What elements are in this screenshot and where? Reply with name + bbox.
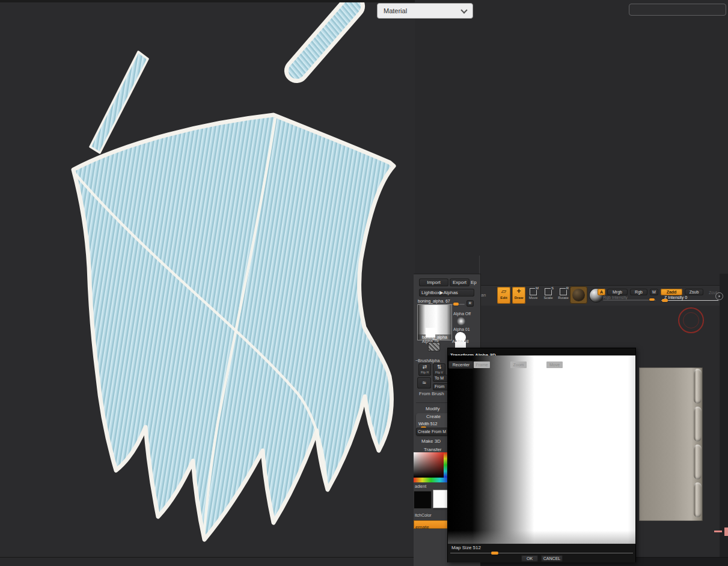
rotate-tool-label: Rotate <box>556 295 570 301</box>
ok-button[interactable]: OK <box>521 555 538 562</box>
curve-icon: ≈ <box>417 377 431 388</box>
export-button[interactable]: Export <box>450 278 470 286</box>
bottom-bar-left <box>0 557 415 566</box>
map-size-handle[interactable] <box>491 552 498 555</box>
import-button[interactable]: Import <box>419 278 448 286</box>
alpha-slider-handle[interactable] <box>453 303 459 306</box>
modify-section-label[interactable]: Modify <box>426 406 440 412</box>
zoom-button[interactable]: Zoom <box>510 361 527 368</box>
width-slider-label: Width 512 <box>418 421 438 426</box>
z-intensity-handle[interactable] <box>662 299 668 302</box>
zsub-button[interactable]: Zsub <box>685 289 703 295</box>
cancel-button[interactable]: CANCEL <box>541 555 563 562</box>
flip-h-label: Flip H <box>418 371 431 374</box>
switch-color-label-fragment[interactable]: itchColor <box>415 512 432 518</box>
chevron-down-icon <box>460 7 467 13</box>
flip-v-label: Flip V <box>433 371 445 374</box>
flip-v-button[interactable]: ⇅ Flip V <box>433 363 445 376</box>
alpha-28-thumbnail[interactable] <box>426 328 435 337</box>
map-size-slider[interactable] <box>450 553 633 553</box>
flip-v-icon: ⇅ <box>433 363 445 371</box>
gradient-label-fragment[interactable]: adient <box>415 484 426 489</box>
create-from-button[interactable]: Create From M <box>416 428 451 435</box>
move-tool-button[interactable]: M Move <box>527 288 540 304</box>
top-right-empty-field[interactable] <box>629 4 726 16</box>
edit-button[interactable]: ▱ Edit <box>497 287 510 304</box>
zbrush-window: Material oolean ▱ Edit + Draw M Move S S… <box>0 0 728 566</box>
alpha-off-thumbnail[interactable] <box>457 317 465 325</box>
r-button[interactable]: R <box>466 300 474 307</box>
flip-h-button[interactable]: ⇄ Flip H <box>418 363 431 376</box>
dialog-title-bar[interactable]: Transform Alpha 3D <box>448 348 635 355</box>
boning-channel-3 <box>694 444 702 479</box>
material-dropdown[interactable]: Material <box>377 3 473 19</box>
color-picker[interactable] <box>414 452 448 482</box>
move-icon: M <box>530 288 537 295</box>
color-picker-square[interactable] <box>414 452 444 478</box>
move-button[interactable]: Move <box>546 361 563 368</box>
pink-dash-mark <box>714 531 722 532</box>
rgb-intensity-handle[interactable] <box>649 298 655 301</box>
rotate-tool-button[interactable]: R Rotate <box>556 288 570 304</box>
viewport-canvas[interactable] <box>0 2 415 557</box>
alpha-01-label: Alpha 01 <box>453 327 470 332</box>
frame-button[interactable]: Frame <box>474 361 490 368</box>
ep-button-fragment[interactable]: Ep <box>471 280 477 286</box>
hue-strip-bottom-icon[interactable] <box>414 478 448 482</box>
material-sphere-icon <box>572 289 585 301</box>
rotate-icon: R <box>560 288 567 295</box>
corset-model <box>0 2 415 557</box>
rgb-intensity-slider[interactable] <box>603 300 656 301</box>
brush-alpha-thumbnail[interactable] <box>428 342 440 351</box>
material-dropdown-label: Material <box>384 7 407 14</box>
scale-tool-label: Scale <box>542 295 555 301</box>
make-3d-section-label[interactable]: Make 3D <box>421 438 441 444</box>
edit-button-label: Edit <box>497 296 510 300</box>
boning-channel-4 <box>694 482 702 517</box>
m-button[interactable]: M <box>650 289 658 295</box>
panel-divider <box>416 402 450 403</box>
create-section-label[interactable]: Create <box>416 413 451 420</box>
alpha-curve-button[interactable]: ≈ <box>417 377 431 389</box>
boning-channel-1 <box>694 369 702 404</box>
alternate-button[interactable]: ernate <box>414 520 448 529</box>
z-intensity-slider[interactable] <box>661 300 718 301</box>
pink-edge-mark <box>724 528 728 536</box>
lightbox-alphas-button[interactable]: Lightbox▶Alphas <box>419 289 474 297</box>
boning-texture-strip <box>639 368 703 521</box>
right-edge-column <box>720 274 728 566</box>
edit-quad-icon: ▱ <box>497 287 510 296</box>
alpha-preview-area[interactable]: Recenter Frame Zoom Move <box>448 355 635 544</box>
picker-target-icon[interactable] <box>715 292 723 300</box>
draw-button[interactable]: + Draw <box>512 287 525 304</box>
draw-button-label: Draw <box>512 296 525 300</box>
boning-channel-2 <box>694 407 702 441</box>
transform-alpha-dialog: Transform Alpha 3D Recenter Frame Zoom M… <box>447 348 636 562</box>
scale-tool-button[interactable]: S Scale <box>542 288 555 304</box>
map-size-label: Map Size 512 <box>451 545 481 550</box>
alpha-slider-label: boning_alpha. 67 <box>418 298 450 304</box>
dialog-bottom-bar: Map Size 512 OK CANCEL <box>448 544 635 562</box>
from-brush-label[interactable]: From Brush <box>419 391 444 397</box>
flip-h-icon: ⇄ <box>418 363 431 371</box>
recenter-button[interactable]: Recenter <box>448 361 474 369</box>
move-tool-label: Move <box>527 295 540 301</box>
red-ring-inner <box>683 312 699 328</box>
tray-divider-line <box>479 256 480 275</box>
scale-icon: S <box>545 288 552 295</box>
rgb-button[interactable]: Rgb <box>630 289 647 295</box>
draw-crosshair-icon: + <box>512 287 525 296</box>
secondary-color-swatch[interactable] <box>414 491 432 509</box>
current-material-button[interactable] <box>570 286 587 304</box>
brush-alpha-label: ~BrushAlpha <box>415 358 439 363</box>
alpha-off-label: Alpha Off <box>453 311 471 316</box>
alternate-button-label: ernate <box>414 524 429 530</box>
red-ring-indicator <box>678 307 704 333</box>
